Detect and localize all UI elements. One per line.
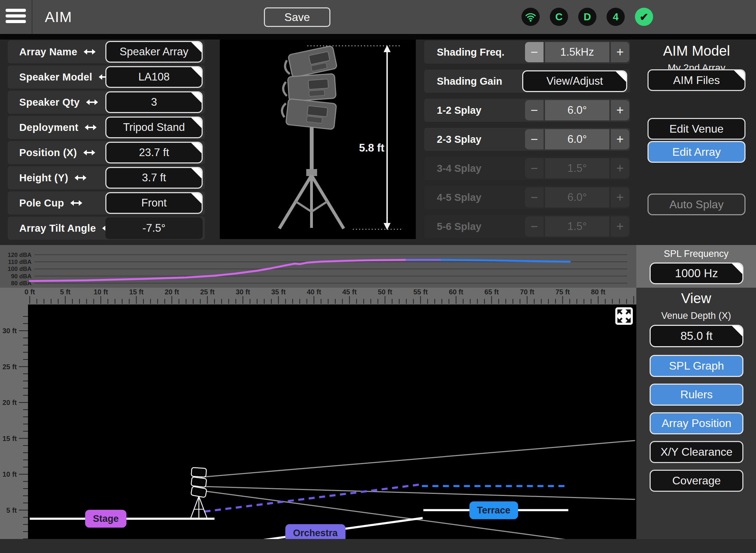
corner-fold — [734, 70, 745, 81]
aim-files-button[interactable]: AIM Files — [648, 69, 746, 91]
corner-fold — [191, 142, 202, 154]
increment-button[interactable]: + — [611, 100, 629, 120]
c-status-icon: C — [550, 8, 568, 26]
increment-button[interactable]: + — [611, 216, 629, 237]
array-setting-row: Pole Cup Front — [8, 191, 205, 215]
svg-text:25 ft: 25 ft — [2, 363, 17, 371]
stepper-value[interactable]: 1.5° — [545, 158, 609, 178]
menu-icon[interactable] — [6, 9, 27, 25]
increment-button[interactable]: + — [611, 129, 629, 149]
spl-frequency-button[interactable]: 1000 Hz — [650, 262, 743, 284]
setting-label: Deployment — [19, 122, 78, 133]
svg-text:0 ft: 0 ft — [24, 288, 35, 296]
setting-label: 2-3 Splay — [437, 134, 481, 145]
decrement-button[interactable]: − — [525, 42, 544, 62]
svg-text:60 ft: 60 ft — [449, 288, 463, 296]
array-setting-row: Speaker Qty 3 — [8, 91, 205, 114]
setting-value-button[interactable]: Speaker Array — [105, 41, 203, 63]
svg-text:110 dBA: 110 dBA — [8, 259, 31, 265]
view-toggle-x-y-clearance[interactable]: X/Y Clearance — [650, 441, 743, 463]
stepper-value[interactable]: 6.0° — [545, 129, 609, 149]
corner-fold — [732, 263, 743, 274]
svg-text:55 ft: 55 ft — [413, 288, 428, 296]
svg-text:10 ft: 10 ft — [93, 288, 108, 296]
left-right-arrow-icon — [68, 198, 84, 208]
wifi-status-icon — [522, 8, 540, 26]
aim-model-title: AIM Model — [648, 43, 746, 59]
stepper-value[interactable]: 1.5° — [545, 216, 609, 237]
stepper-value[interactable]: 6.0° — [545, 100, 609, 120]
bottom-bar — [0, 539, 756, 553]
view-toggle-coverage[interactable]: Coverage — [650, 470, 743, 492]
shading-gain-row: Shading Gain View/Adjust — [424, 70, 630, 93]
venue-marker-stage[interactable]: Stage — [85, 510, 126, 528]
setting-value-button[interactable]: 3.7 ft — [105, 167, 203, 189]
value-stepper: − 6.0° + — [525, 187, 629, 208]
view-title: View — [636, 290, 756, 306]
left-right-arrow-icon — [81, 148, 97, 157]
svg-text:15 ft: 15 ft — [129, 288, 144, 296]
view-toggle-spl-graph[interactable]: SPL Graph — [650, 355, 743, 377]
left-right-arrow-icon — [83, 123, 99, 132]
setting-value-button[interactable]: 23.7 ft — [105, 142, 203, 163]
value-stepper: − 1.5° + — [525, 216, 629, 237]
aim-model-panel: AIM Model My 2nd Array AIM Files Edit Ve… — [648, 40, 746, 74]
array-setting-row: Deployment Tripod Stand — [8, 116, 205, 139]
topbar-divider — [31, 0, 33, 34]
save-button[interactable]: Save — [264, 7, 330, 27]
svg-text:25 ft: 25 ft — [200, 288, 215, 296]
increment-button[interactable]: + — [611, 42, 629, 62]
venue-marker-terrace[interactable]: Terrace — [469, 501, 518, 519]
svg-text:50 ft: 50 ft — [378, 288, 392, 296]
svg-text:15 ft: 15 ft — [2, 435, 17, 442]
increment-button[interactable]: + — [611, 187, 629, 208]
array-preview-panel: 5.8 ft — [220, 40, 416, 239]
svg-text:10 ft: 10 ft — [2, 470, 17, 478]
stepper-value[interactable]: 6.0° — [545, 187, 609, 208]
svg-text:40 ft: 40 ft — [307, 288, 321, 296]
splay-setting-row: Shading Freq. − 1.5kHz + — [424, 41, 630, 64]
spl-graph-strip: 120 dBA110 dBA100 dBA90 dBA80 dBA — [0, 245, 636, 288]
aim-app: AIM Save CD4✔ Array Name Speaker Array S… — [0, 0, 756, 553]
corner-fold — [732, 326, 743, 337]
decrement-button[interactable]: − — [525, 100, 544, 120]
setting-label: Height (Y) — [19, 172, 68, 184]
setting-value-button[interactable]: Tripod Stand — [105, 117, 203, 138]
array-height-label: 5.8 ft — [335, 142, 384, 154]
splay-setting-row: 3-4 Splay − 1.5° + — [424, 157, 630, 180]
decrement-button[interactable]: − — [525, 187, 544, 208]
edit-venue-button[interactable]: Edit Venue — [648, 118, 746, 140]
array-setting-row: Speaker Model LA108 — [8, 65, 205, 89]
decrement-button[interactable]: − — [525, 129, 544, 149]
decrement-button[interactable]: − — [525, 158, 544, 178]
setting-value-button[interactable]: Front — [105, 192, 203, 214]
edit-array-button[interactable]: Edit Array — [648, 141, 746, 163]
view-adjust-button[interactable]: View/Adjust — [522, 70, 627, 92]
decrement-button[interactable]: − — [525, 216, 544, 237]
venue-depth-button[interactable]: 85.0 ft — [650, 325, 743, 347]
setting-label: Array Name — [19, 46, 77, 58]
setting-value-button[interactable]: LA108 — [105, 66, 203, 88]
svg-text:100 dBA: 100 dBA — [8, 266, 31, 272]
view-toggle-rulers[interactable]: Rulers — [650, 384, 743, 406]
status-badges: CD4✔ — [522, 8, 653, 26]
svg-text:80 ft: 80 ft — [591, 288, 605, 296]
setting-value-button[interactable]: 3 — [105, 91, 203, 113]
array-setting-row: Position (X) 23.7 ft — [8, 141, 205, 164]
array-preview-drawing — [220, 40, 416, 239]
corner-fold — [191, 117, 202, 128]
view-toggle-array-position[interactable]: Array Position — [650, 412, 743, 434]
stepper-value[interactable]: 1.5kHz — [545, 42, 609, 62]
expand-view-icon[interactable] — [615, 307, 633, 325]
splay-setting-row: 2-3 Splay − 6.0° + — [424, 128, 630, 151]
setting-value-readout: -7.5° — [105, 217, 203, 239]
shading-panel: Shading Freq. − 1.5kHz + Shading Gain Vi… — [424, 41, 630, 244]
setting-label: Speaker Qty — [19, 97, 80, 108]
setting-label: Shading Freq. — [437, 47, 504, 58]
value-stepper: − 6.0° + — [525, 100, 629, 120]
svg-text:65 ft: 65 ft — [484, 288, 499, 296]
increment-button[interactable]: + — [611, 158, 629, 178]
svg-text:20 ft: 20 ft — [164, 288, 179, 296]
auto-splay-button[interactable]: Auto Splay — [648, 194, 746, 215]
setting-label: 1-2 Splay — [437, 105, 481, 116]
